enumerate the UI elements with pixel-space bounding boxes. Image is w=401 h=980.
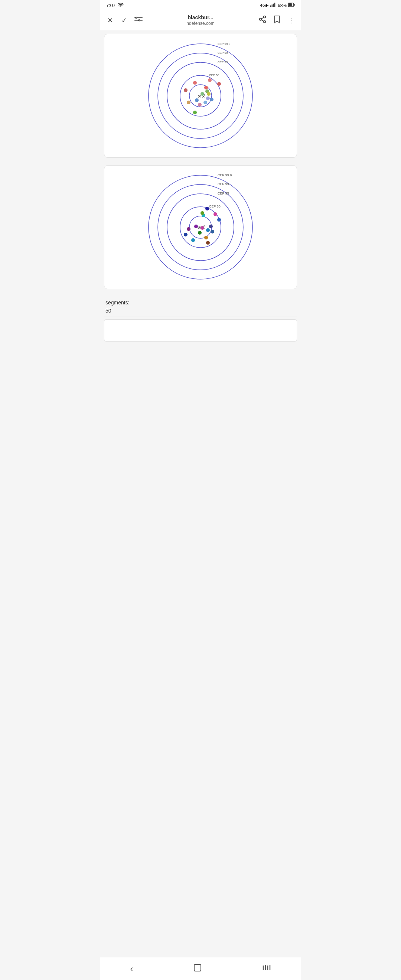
chart-card-2: CEP 99.9 CEP 99 CEP 95 CEP 50 × × [104, 165, 297, 289]
svg-rect-8 [288, 3, 292, 6]
svg-text:×: × [199, 225, 201, 229]
svg-point-41 [207, 92, 210, 96]
svg-line-19 [261, 18, 264, 19]
svg-text:CEP 99: CEP 99 [218, 182, 229, 186]
svg-line-18 [261, 20, 264, 21]
svg-point-45 [187, 100, 191, 104]
svg-point-40 [204, 100, 207, 104]
chart-wrapper-1: CEP 99.9 CEP 99 CEP 95 CEP 50 × × [145, 40, 256, 151]
svg-rect-2 [272, 5, 272, 7]
svg-point-67 [198, 231, 202, 235]
segments-input[interactable] [104, 319, 297, 342]
network-type: 4GE [260, 3, 269, 8]
svg-rect-3 [273, 4, 274, 7]
segments-value: 50 [104, 307, 297, 317]
check-icon[interactable]: ✓ [119, 15, 129, 26]
segments-label: segments: [104, 297, 297, 307]
svg-point-73 [210, 230, 214, 234]
svg-text:×: × [203, 92, 205, 97]
svg-rect-1 [270, 6, 271, 7]
svg-point-42 [210, 98, 213, 101]
site-name: blackbur... [148, 14, 253, 21]
svg-point-39 [198, 103, 202, 107]
svg-point-34 [184, 88, 188, 92]
site-url: ndefense.com [148, 21, 253, 27]
chart-wrapper-2: CEP 99.9 CEP 99 CEP 95 CEP 50 × × [145, 172, 256, 283]
svg-point-72 [206, 241, 210, 245]
chart-card-1: CEP 99.9 CEP 99 CEP 95 CEP 50 × × [104, 34, 297, 158]
svg-text:CEP 50: CEP 50 [209, 73, 220, 77]
battery-label: 68% [278, 3, 286, 8]
svg-point-17 [264, 21, 266, 23]
svg-point-43 [193, 111, 197, 115]
svg-point-37 [195, 99, 199, 102]
svg-point-38 [206, 97, 210, 100]
chart-svg-1: CEP 99.9 CEP 99 CEP 95 CEP 50 × × [145, 40, 256, 151]
status-bar: 7:07 4GE 68% [100, 0, 301, 11]
svg-point-32 [208, 78, 212, 82]
svg-point-15 [264, 16, 266, 18]
svg-point-44 [204, 86, 208, 89]
svg-point-31 [193, 81, 197, 84]
page-content: CEP 99.9 CEP 99 CEP 95 CEP 50 × × [100, 30, 301, 368]
bookmark-icon[interactable] [272, 14, 282, 27]
svg-point-60 [213, 212, 217, 216]
svg-point-9 [135, 17, 137, 19]
svg-rect-5 [275, 3, 276, 7]
svg-point-71 [191, 238, 195, 242]
more-icon[interactable]: ⋮ [286, 15, 296, 26]
svg-text:CEP 99: CEP 99 [218, 51, 228, 54]
nav-title: blackbur... ndefense.com [148, 14, 253, 27]
battery-icon [288, 3, 295, 8]
svg-point-0 [120, 6, 121, 7]
time: 7:07 [106, 3, 116, 8]
svg-point-33 [217, 82, 221, 86]
status-right: 4GE 68% [260, 2, 295, 8]
svg-text:CEP 99.9: CEP 99.9 [218, 42, 231, 46]
signal-bars-icon [270, 2, 276, 8]
settings-icon[interactable] [133, 14, 144, 26]
share-icon[interactable] [257, 14, 268, 27]
wifi-icon [118, 2, 124, 8]
svg-point-66 [206, 228, 210, 232]
svg-text:CEP 95: CEP 95 [218, 60, 228, 64]
svg-point-61 [217, 218, 221, 222]
svg-point-70 [204, 236, 208, 239]
chart-svg-2: CEP 99.9 CEP 99 CEP 95 CEP 50 × × [145, 172, 256, 283]
svg-text:×: × [203, 223, 205, 228]
svg-text:CEP 50: CEP 50 [209, 205, 221, 208]
svg-point-68 [187, 227, 191, 231]
svg-point-63 [194, 224, 198, 228]
svg-point-16 [259, 18, 262, 21]
svg-text:CEP 99.9: CEP 99.9 [218, 173, 232, 177]
nav-bar: ✕ ✓ blackbur... ndefense.com ⋮ [100, 11, 301, 30]
svg-point-12 [138, 20, 140, 21]
svg-point-74 [200, 211, 204, 215]
status-left: 7:07 [106, 2, 124, 8]
close-icon[interactable]: ✕ [105, 15, 115, 26]
svg-point-69 [184, 233, 188, 237]
svg-point-59 [205, 207, 209, 210]
svg-text:×: × [199, 94, 201, 98]
svg-rect-4 [274, 3, 275, 7]
svg-rect-7 [294, 4, 294, 6]
svg-text:CEP 95: CEP 95 [218, 191, 229, 195]
svg-point-65 [209, 224, 213, 228]
